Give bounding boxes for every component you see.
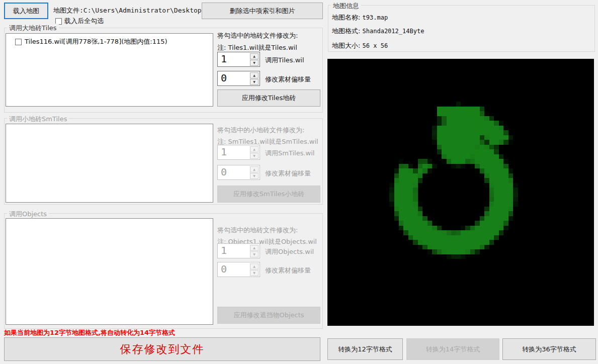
map-name-value: t93.map: [363, 14, 388, 21]
tiles-wil-spinner-label: 调用Tiles.wil: [265, 56, 304, 65]
apply-smtiles-button: 应用修改SmTiles小地砖: [217, 186, 320, 203]
smtiles-group-title: 调用小地砖SmTiles: [7, 115, 69, 124]
smtiles-offset-spinner-label: 修改素材偏移量: [265, 169, 311, 178]
spinner-up-button[interactable]: ▲: [250, 53, 259, 59]
objects-wil-spinner-label: 调用Objects.wil: [265, 247, 314, 256]
spinner-down-button: ▼: [250, 153, 259, 159]
tiles-offset-spinner-label: 修改素材偏移量: [265, 75, 311, 84]
check-all-after-load-checkbox[interactable]: 载入后全勾选: [55, 17, 104, 26]
objects-offset-spinner-label: 修改素材偏移量: [265, 266, 311, 275]
map-size-line: 地图大小: 56 x 56: [332, 41, 388, 50]
map-preview-panel: [327, 59, 594, 326]
map-preview-canvas: [327, 59, 594, 326]
spinner-down-button[interactable]: ▼: [250, 79, 259, 85]
map-format-line: 地图格式: Shanda2012_14Byte: [332, 27, 424, 36]
objects-wil-number-value: 1: [221, 244, 227, 256]
objects-offset-spinner: 0 ▲ ▼: [217, 262, 260, 277]
map-editor-window: { "topbar": { "load_button": "载入地图", "fi…: [0, 0, 598, 364]
spinner-down-button[interactable]: ▼: [250, 60, 259, 66]
objects-list[interactable]: [6, 218, 213, 325]
smtiles-wil-spinner-label: 调用SmTiles.wil: [265, 149, 314, 158]
map-info-title: 地图信息: [331, 2, 361, 11]
map-name-label: 地图名称:: [332, 14, 360, 21]
tile-item-checkbox[interactable]: [15, 39, 22, 45]
map-size-value: 56 x 56: [363, 42, 388, 49]
smtiles-modify-header: 将勾选中的小地砖文件修改为:: [217, 126, 304, 135]
tiles-group-title: 调用大地砖Tiles: [7, 24, 59, 33]
format-warning-text: 如果当前地图为12字节地图格式,将自动转化为14字节格式: [4, 328, 175, 337]
smtiles-wil-number-spinner: 1 ▲ ▼: [217, 145, 260, 160]
smtiles-list[interactable]: [6, 124, 213, 203]
spinner-up-button: ▲: [250, 166, 259, 172]
apply-objects-button: 应用修改遮挡物Objects: [217, 307, 320, 324]
spinner-up-button[interactable]: ▲: [250, 72, 259, 78]
objects-offset-value: 0: [221, 263, 227, 275]
smtiles-offset-spinner: 0 ▲ ▼: [217, 165, 260, 180]
spinner-up-button: ▲: [250, 146, 259, 152]
map-name-line: 地图名称: t93.map: [332, 13, 388, 22]
check-all-after-load-label: 载入后全勾选: [64, 17, 104, 26]
spinner-up-button: ▲: [250, 245, 259, 251]
tiles-offset-value[interactable]: 0: [221, 72, 227, 84]
tiles-wil-number-value[interactable]: 1: [221, 53, 227, 65]
smtiles-wil-number-value: 1: [221, 146, 227, 158]
objects-wil-number-spinner: 1 ▲ ▼: [217, 243, 260, 258]
convert-to-36byte-button[interactable]: 转换为36字节格式: [502, 338, 596, 360]
objects-group-title: 调用Objects: [7, 210, 49, 219]
delete-selected-index-button[interactable]: 删除选中项索引和图片: [202, 3, 323, 19]
spinner-down-button: ▼: [250, 173, 259, 179]
tiles-note: 注: Tiles1.wil就是Tiles.wil: [217, 43, 297, 52]
save-to-file-button[interactable]: 保存修改到文件: [4, 337, 320, 361]
objects-modify-header: 将勾选中的地砖文件修改为:: [217, 226, 298, 235]
spinner-down-button: ▼: [250, 251, 259, 257]
convert-to-14byte-button: 转换为14字节格式: [406, 338, 499, 360]
map-file-path-label: 地图文件:C:\Users\Administrator\Desktop\【整理8…: [53, 6, 201, 15]
load-map-button[interactable]: 载入地图: [4, 3, 48, 19]
spinner-up-button: ▲: [250, 263, 259, 269]
tiles-modify-header: 将勾选中的地砖文件修改为:: [217, 31, 298, 40]
tile-item-label: Tiles116.wil[调用778张,1-778](地图内值:115): [25, 37, 167, 46]
convert-to-12byte-button[interactable]: 转换为12字节格式: [327, 338, 403, 360]
spinner-down-button: ▼: [250, 270, 259, 276]
tiles-wil-number-spinner[interactable]: 1 ▲ ▼: [217, 52, 260, 67]
tiles-list-item[interactable]: Tiles116.wil[调用778张,1-778](地图内值:115): [6, 34, 213, 46]
tiles-list[interactable]: Tiles116.wil[调用778张,1-778](地图内值:115): [6, 33, 213, 107]
save-to-file-label: 保存修改到文件: [120, 342, 205, 357]
apply-tiles-button[interactable]: 应用修改Tiles地砖: [217, 89, 320, 107]
smtiles-offset-value: 0: [221, 166, 227, 178]
map-format-label: 地图格式:: [332, 27, 360, 35]
map-format-value: Shanda2012_14Byte: [363, 28, 424, 35]
tiles-offset-spinner[interactable]: 0 ▲ ▼: [217, 71, 260, 86]
map-size-label: 地图大小:: [332, 42, 360, 49]
